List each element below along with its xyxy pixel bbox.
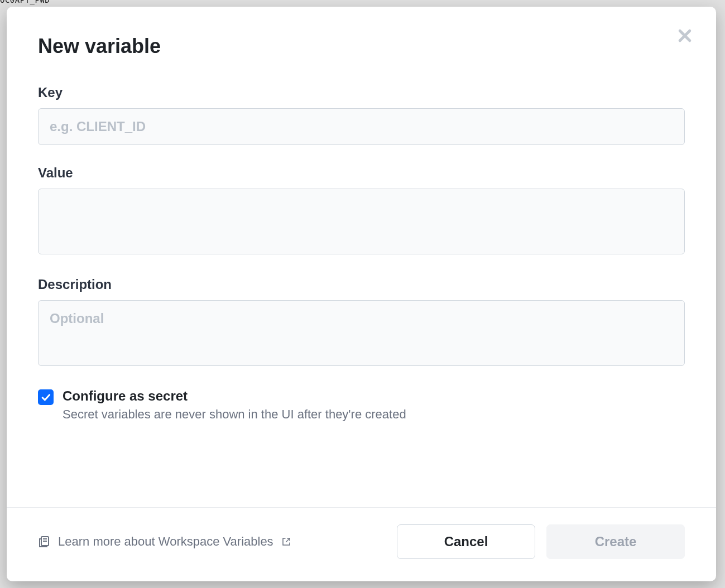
secret-checkbox[interactable] [38,389,54,405]
cancel-button[interactable]: Cancel [397,524,535,559]
footer-buttons: Cancel Create [397,524,685,559]
key-label: Key [38,85,685,100]
checkbox-texts: Configure as secret Secret variables are… [63,388,685,422]
modal-body: New variable Key Value Description Confi… [7,7,716,507]
document-icon [38,535,51,548]
secret-checkbox-hint: Secret variables are never shown in the … [63,407,685,422]
description-label: Description [38,277,685,292]
external-link-icon [281,537,291,547]
close-icon [676,27,693,44]
value-label: Value [38,165,685,181]
field-group-key: Key [38,85,685,145]
secret-checkbox-label: Configure as secret [63,388,685,404]
bg-partial-row: OC0APT_PWD [0,0,50,7]
value-input[interactable] [38,189,685,254]
modal-title: New variable [38,35,685,58]
modal-footer: Learn more about Workspace Variables Can… [7,507,716,581]
svg-line-3 [286,538,290,542]
close-button[interactable] [674,25,696,47]
learn-more-text: Learn more about Workspace Variables [58,534,273,549]
learn-more-link[interactable]: Learn more about Workspace Variables [38,534,291,549]
new-variable-modal: New variable Key Value Description Confi… [7,7,716,581]
bg-row-text: OC0APT_PWD [0,0,50,4]
field-group-description: Description [38,277,685,368]
check-icon [40,392,51,403]
key-input[interactable] [38,108,685,145]
secret-checkbox-row: Configure as secret Secret variables are… [38,388,685,422]
description-input[interactable] [38,300,685,366]
create-button[interactable]: Create [546,524,685,559]
field-group-value: Value [38,165,685,257]
